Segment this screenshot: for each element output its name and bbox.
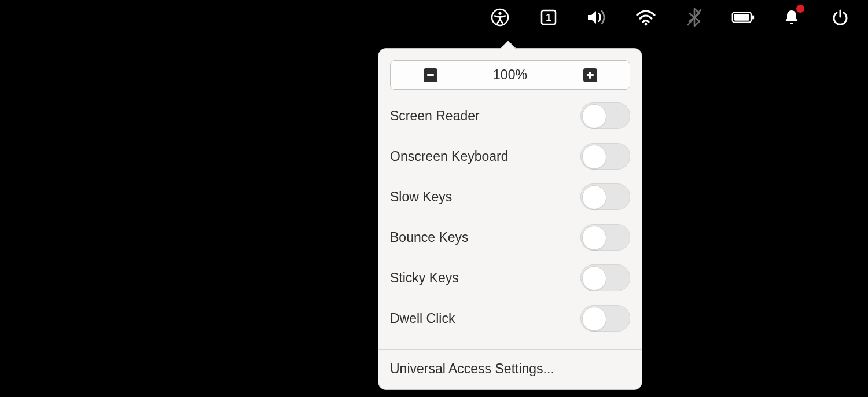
sticky-keys-label: Sticky Keys	[390, 270, 459, 286]
screen-reader-row: Screen Reader	[390, 95, 630, 136]
power-menu-button[interactable]	[829, 6, 852, 29]
screen-reader-label: Screen Reader	[390, 108, 480, 124]
keyboard-layout-icon: 1	[539, 8, 558, 27]
bounce-keys-row: Bounce Keys	[390, 217, 630, 258]
switch-knob	[582, 145, 606, 169]
svg-rect-7	[734, 14, 749, 20]
notification-alert-dot	[796, 5, 804, 13]
accessibility-popover: 100% Screen Reader Onscreen Keyboard Slo…	[378, 48, 642, 390]
switch-knob	[582, 104, 606, 128]
wifi-icon	[635, 8, 656, 27]
volume-icon	[586, 8, 609, 27]
system-menubar: 1	[488, 0, 868, 35]
slow-keys-toggle[interactable]	[580, 183, 630, 210]
onscreen-keyboard-row: Onscreen Keyboard	[390, 136, 630, 177]
zoom-level-display: 100%	[470, 61, 550, 89]
minus-icon	[424, 68, 437, 82]
keyboard-layout-menu-button[interactable]: 1	[537, 6, 560, 29]
dwell-click-row: Dwell Click	[390, 298, 630, 339]
power-icon	[832, 9, 849, 26]
sticky-keys-toggle[interactable]	[580, 264, 630, 291]
screen-reader-toggle[interactable]	[580, 102, 630, 129]
dwell-click-toggle[interactable]	[580, 305, 630, 332]
svg-point-1	[498, 12, 501, 15]
bluetooth-menu-button[interactable]	[683, 6, 706, 29]
switch-knob	[582, 226, 606, 250]
accessibility-icon	[491, 8, 509, 27]
onscreen-keyboard-toggle[interactable]	[580, 143, 630, 170]
accessibility-menu-button[interactable]	[488, 6, 512, 29]
notifications-menu-button[interactable]	[780, 6, 803, 29]
universal-access-settings-button[interactable]: Universal Access Settings...	[378, 350, 642, 389]
wifi-menu-button[interactable]	[634, 6, 657, 29]
svg-rect-8	[752, 16, 754, 20]
dwell-click-label: Dwell Click	[390, 311, 455, 326]
slow-keys-label: Slow Keys	[390, 189, 452, 205]
svg-text:1: 1	[546, 12, 551, 23]
slow-keys-row: Slow Keys	[390, 177, 630, 217]
text-zoom-group: 100%	[390, 60, 630, 90]
battery-menu-button[interactable]	[731, 6, 755, 29]
zoom-out-button[interactable]	[391, 61, 470, 89]
onscreen-keyboard-label: Onscreen Keyboard	[390, 149, 509, 164]
switch-knob	[582, 185, 606, 209]
plus-icon	[583, 68, 597, 82]
volume-menu-button[interactable]	[586, 6, 609, 29]
battery-icon	[731, 10, 755, 25]
zoom-in-button[interactable]	[550, 61, 630, 89]
bounce-keys-label: Bounce Keys	[390, 230, 469, 245]
popover-arrow	[500, 41, 516, 49]
switch-knob	[582, 266, 606, 291]
bounce-keys-toggle[interactable]	[580, 224, 630, 251]
accessibility-toggles-list: Screen Reader Onscreen Keyboard Slow Key…	[378, 90, 642, 349]
bluetooth-disabled-icon	[686, 8, 703, 27]
sticky-keys-row: Sticky Keys	[390, 258, 630, 298]
svg-point-4	[645, 23, 648, 26]
switch-knob	[582, 307, 606, 331]
